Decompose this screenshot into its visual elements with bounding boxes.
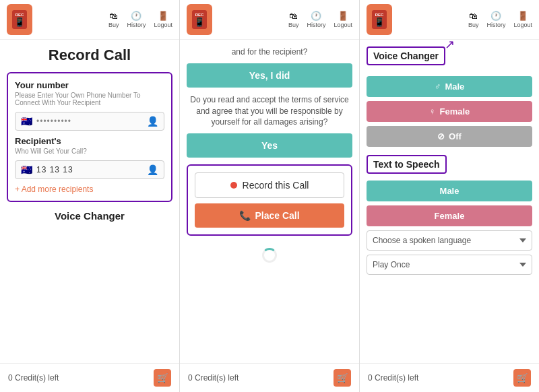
female-symbol-icon: ♀ (429, 106, 436, 117)
male-symbol-icon: ♂ (435, 81, 441, 92)
panel-1-header: REC 📱 🛍 Buy 🕐 History 🚪 Logo (0, 0, 179, 40)
panel-3: REC 📱 🛍 Buy 🕐 History 🚪 Logo (360, 0, 539, 392)
tts-male-label: Male (440, 186, 459, 196)
history-label-1: History (127, 22, 146, 28)
nav-2: 🛍 Buy 🕐 History 🚪 Logout (288, 11, 352, 28)
yes-i-did-button[interactable]: Yes, I did (187, 63, 352, 88)
panel2-text1: and for the recipient? (187, 46, 352, 58)
nav-3: 🛍 Buy 🕐 History 🚪 Logout (468, 11, 532, 28)
your-number-input[interactable]: 🇦🇺 •••••••••• 👤 (15, 112, 164, 131)
history-icon-3: 🕐 (490, 11, 501, 21)
voice-changer-title: Voice Changer (7, 210, 172, 222)
nav-history-2[interactable]: 🕐 History (307, 11, 325, 28)
credits-1: 0 Credit(s) left (8, 373, 59, 383)
tts-female-label: Female (435, 211, 465, 221)
phone-logo-icon-3: 📱 (374, 17, 385, 27)
panel2-text2: Do you read and accept the terms of serv… (187, 94, 352, 128)
loading-spinner (262, 248, 277, 263)
cart-btn-1[interactable]: 🛒 (154, 369, 171, 387)
phone-logo-icon-2: 📱 (194, 17, 205, 27)
nav-buy-2[interactable]: 🛍 Buy (288, 11, 299, 28)
voice-changer-label: Voice Changer (367, 46, 445, 65)
tts-female-button[interactable]: Female (367, 205, 532, 226)
nav-logout-2[interactable]: 🚪 Logout (334, 11, 352, 28)
arrow-up-icon: ↗ (445, 40, 455, 52)
panel-3-footer: 0 Credit(s) left 🛒 (360, 363, 539, 392)
app-logo-2: REC 📱 (187, 4, 212, 35)
panel-3-body: Voice Changer ↗ ♂ Male ♀ Female ⊘ Off (360, 40, 539, 363)
nav-history-1[interactable]: 🕐 History (127, 11, 146, 28)
cart-btn-2[interactable]: 🛒 (334, 369, 351, 387)
recipients-value: 13 13 13 (36, 165, 143, 174)
contact-icon-1[interactable]: 👤 (147, 116, 158, 127)
female-voice-label: Female (439, 106, 470, 117)
text-to-speech-label: Text to Speech (367, 155, 447, 174)
app-logo-1: REC 📱 (7, 4, 32, 35)
female-voice-button[interactable]: ♀ Female (367, 101, 532, 122)
credits-3: 0 Credit(s) left (368, 373, 418, 383)
phone-call-icon: 📞 (239, 210, 251, 221)
buy-icon-1: 🛍 (109, 11, 118, 21)
panel-2-header: REC 📱 🛍 Buy 🕐 History 🚪 Logo (180, 0, 359, 40)
panel-1-footer: 0 Credit(s) left 🛒 (0, 363, 179, 392)
buy-label-3: Buy (468, 22, 479, 28)
credits-2: 0 Credit(s) left (188, 373, 239, 383)
logout-icon-3: 🚪 (517, 11, 528, 21)
history-label-3: History (486, 22, 505, 28)
history-icon-2: 🕐 (311, 11, 321, 21)
logout-label-1: Logout (154, 22, 172, 28)
buy-icon-2: 🛍 (289, 11, 298, 21)
off-icon: ⊘ (437, 131, 445, 141)
app-logo-3: REC 📱 (367, 4, 392, 35)
your-number-value: •••••••••• (36, 117, 143, 126)
nav-buy-3[interactable]: 🛍 Buy (468, 11, 479, 28)
history-label-2: History (307, 22, 325, 28)
page-title: Record Call (7, 46, 172, 64)
recipients-input[interactable]: 🇦🇺 13 13 13 👤 (15, 160, 164, 179)
panel-2-body: and for the recipient? Yes, I did Do you… (180, 40, 359, 363)
nav-buy-1[interactable]: 🛍 Buy (108, 11, 119, 28)
contact-icon-2[interactable]: 👤 (147, 164, 158, 175)
place-call-button[interactable]: 📞 Place Call (195, 203, 344, 228)
logout-icon-2: 🚪 (338, 11, 348, 21)
buy-label-1: Buy (108, 22, 119, 28)
flag-2: 🇦🇺 (21, 164, 32, 175)
play-once-select[interactable]: Play Once Play Twice Loop (367, 255, 532, 275)
your-number-sublabel: Please Enter Your Own Phone Number To Co… (15, 92, 164, 106)
panel-1: REC 📱 🛍 Buy 🕐 History 🚪 Logo (0, 0, 180, 392)
yes-button[interactable]: Yes (187, 133, 352, 158)
record-dot-icon (230, 182, 237, 189)
record-section: Record this Call 📞 Place Call (187, 164, 352, 236)
language-select[interactable]: Choose a spoken language English Spanish… (367, 230, 532, 251)
add-recipients-link[interactable]: + Add more recipients (15, 185, 164, 194)
record-label: Record this Call (243, 180, 309, 191)
logout-label-2: Logout (334, 22, 352, 28)
tts-male-button[interactable]: Male (367, 181, 532, 201)
off-voice-button[interactable]: ⊘ Off (367, 126, 532, 147)
nav-logout-3[interactable]: 🚪 Logout (513, 11, 532, 28)
buy-label-2: Buy (288, 22, 299, 28)
off-label: Off (449, 131, 462, 141)
male-voice-label: Male (445, 81, 464, 92)
nav-logout-1[interactable]: 🚪 Logout (154, 11, 172, 28)
logout-label-3: Logout (513, 22, 532, 28)
flag-1: 🇦🇺 (21, 116, 32, 127)
panel-2-footer: 0 Credit(s) left 🛒 (180, 363, 359, 392)
your-number-section: Your number Please Enter Your Own Phone … (7, 72, 172, 202)
history-icon-1: 🕐 (131, 11, 141, 21)
panel-2: REC 📱 🛍 Buy 🕐 History 🚪 Logo (180, 0, 360, 392)
logout-icon-1: 🚪 (158, 11, 168, 21)
your-number-label: Your number (15, 80, 164, 90)
nav-1: 🛍 Buy 🕐 History 🚪 Logout (108, 11, 172, 28)
record-this-call-button[interactable]: Record this Call (195, 172, 344, 198)
buy-icon-3: 🛍 (469, 11, 478, 21)
place-call-label: Place Call (255, 210, 299, 221)
nav-history-3[interactable]: 🕐 History (486, 11, 505, 28)
panel-1-body: Record Call Your number Please Enter You… (0, 40, 179, 363)
phone-logo-icon-1: 📱 (14, 17, 25, 27)
male-voice-button[interactable]: ♂ Male (367, 76, 532, 97)
recipients-sublabel: Who Will Get Your Call? (15, 148, 164, 155)
cart-btn-3[interactable]: 🛒 (513, 369, 531, 387)
panel-3-header: REC 📱 🛍 Buy 🕐 History 🚪 Logo (360, 0, 539, 40)
recipients-label: Recipient's (15, 136, 164, 146)
